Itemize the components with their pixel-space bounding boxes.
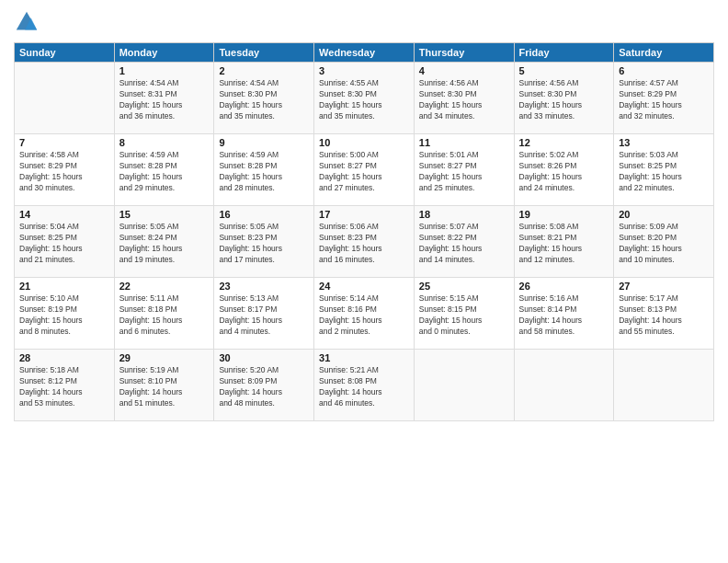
day-info: Sunrise: 5:07 AM Sunset: 8:22 PM Dayligh… xyxy=(419,222,509,266)
day-number: 25 xyxy=(419,281,509,292)
calendar-cell xyxy=(414,350,514,421)
day-number: 7 xyxy=(19,137,109,148)
col-header-monday: Monday xyxy=(114,43,214,63)
calendar-cell: 25Sunrise: 5:15 AM Sunset: 8:15 PM Dayli… xyxy=(414,278,514,350)
day-number: 16 xyxy=(219,209,309,220)
calendar-cell xyxy=(614,350,714,421)
day-info: Sunrise: 5:01 AM Sunset: 8:27 PM Dayligh… xyxy=(419,150,509,194)
day-info: Sunrise: 4:56 AM Sunset: 8:30 PM Dayligh… xyxy=(519,78,609,122)
calendar-cell: 14Sunrise: 5:04 AM Sunset: 8:25 PM Dayli… xyxy=(15,206,115,278)
logo-icon xyxy=(14,9,40,35)
day-info: Sunrise: 4:59 AM Sunset: 8:28 PM Dayligh… xyxy=(119,150,210,194)
day-number: 19 xyxy=(519,209,609,220)
col-header-wednesday: Wednesday xyxy=(314,43,415,63)
day-number: 4 xyxy=(419,65,509,76)
col-header-saturday: Saturday xyxy=(614,43,714,63)
day-number: 28 xyxy=(19,352,109,363)
day-number: 6 xyxy=(619,65,709,76)
day-info: Sunrise: 5:18 AM Sunset: 8:12 PM Dayligh… xyxy=(19,365,109,409)
day-info: Sunrise: 5:15 AM Sunset: 8:15 PM Dayligh… xyxy=(419,293,509,338)
day-number: 15 xyxy=(119,209,210,220)
day-info: Sunrise: 5:11 AM Sunset: 8:18 PM Dayligh… xyxy=(119,293,210,338)
day-number: 27 xyxy=(619,281,709,292)
day-info: Sunrise: 5:14 AM Sunset: 8:16 PM Dayligh… xyxy=(319,293,409,338)
day-number: 2 xyxy=(219,65,309,76)
day-info: Sunrise: 5:08 AM Sunset: 8:21 PM Dayligh… xyxy=(519,222,609,266)
day-info: Sunrise: 4:54 AM Sunset: 8:30 PM Dayligh… xyxy=(219,78,309,122)
day-number: 13 xyxy=(619,137,709,148)
main-container: SundayMondayTuesdayWednesdayThursdayFrid… xyxy=(0,0,728,431)
calendar-cell: 22Sunrise: 5:11 AM Sunset: 8:18 PM Dayli… xyxy=(114,278,214,350)
calendar-cell: 30Sunrise: 5:20 AM Sunset: 8:09 PM Dayli… xyxy=(214,350,314,421)
calendar-cell: 16Sunrise: 5:05 AM Sunset: 8:23 PM Dayli… xyxy=(214,206,314,278)
calendar-cell xyxy=(15,63,115,134)
col-header-thursday: Thursday xyxy=(414,43,514,63)
day-number: 12 xyxy=(519,137,609,148)
week-row-3: 14Sunrise: 5:04 AM Sunset: 8:25 PM Dayli… xyxy=(15,206,714,278)
day-number: 17 xyxy=(319,209,409,220)
calendar-cell: 19Sunrise: 5:08 AM Sunset: 8:21 PM Dayli… xyxy=(514,206,614,278)
day-info: Sunrise: 5:09 AM Sunset: 8:20 PM Dayligh… xyxy=(619,222,709,266)
day-number: 9 xyxy=(219,137,309,148)
day-info: Sunrise: 5:03 AM Sunset: 8:25 PM Dayligh… xyxy=(619,150,709,194)
calendar-cell: 10Sunrise: 5:00 AM Sunset: 8:27 PM Dayli… xyxy=(314,134,415,206)
day-number: 26 xyxy=(519,281,609,292)
calendar-cell: 15Sunrise: 5:05 AM Sunset: 8:24 PM Dayli… xyxy=(114,206,214,278)
day-number: 22 xyxy=(119,281,210,292)
col-header-friday: Friday xyxy=(514,43,614,63)
day-number: 1 xyxy=(119,65,210,76)
col-header-tuesday: Tuesday xyxy=(214,43,314,63)
day-info: Sunrise: 5:04 AM Sunset: 8:25 PM Dayligh… xyxy=(19,222,109,266)
calendar-cell: 2Sunrise: 4:54 AM Sunset: 8:30 PM Daylig… xyxy=(214,63,314,134)
calendar-cell: 6Sunrise: 4:57 AM Sunset: 8:29 PM Daylig… xyxy=(614,63,714,134)
day-info: Sunrise: 4:56 AM Sunset: 8:30 PM Dayligh… xyxy=(419,78,509,122)
calendar-cell: 31Sunrise: 5:21 AM Sunset: 8:08 PM Dayli… xyxy=(314,350,415,421)
week-row-4: 21Sunrise: 5:10 AM Sunset: 8:19 PM Dayli… xyxy=(15,278,714,350)
calendar-cell: 24Sunrise: 5:14 AM Sunset: 8:16 PM Dayli… xyxy=(314,278,415,350)
calendar-header-row: SundayMondayTuesdayWednesdayThursdayFrid… xyxy=(15,43,714,63)
day-number: 18 xyxy=(419,209,509,220)
calendar-cell: 3Sunrise: 4:55 AM Sunset: 8:30 PM Daylig… xyxy=(314,63,415,134)
calendar-cell: 7Sunrise: 4:58 AM Sunset: 8:29 PM Daylig… xyxy=(15,134,115,206)
calendar-cell: 18Sunrise: 5:07 AM Sunset: 8:22 PM Dayli… xyxy=(414,206,514,278)
day-info: Sunrise: 4:57 AM Sunset: 8:29 PM Dayligh… xyxy=(619,78,709,122)
calendar-cell: 5Sunrise: 4:56 AM Sunset: 8:30 PM Daylig… xyxy=(514,63,614,134)
calendar-cell: 9Sunrise: 4:59 AM Sunset: 8:28 PM Daylig… xyxy=(214,134,314,206)
day-info: Sunrise: 4:55 AM Sunset: 8:30 PM Dayligh… xyxy=(319,78,409,122)
day-number: 14 xyxy=(19,209,109,220)
day-number: 23 xyxy=(219,281,309,292)
calendar-cell: 12Sunrise: 5:02 AM Sunset: 8:26 PM Dayli… xyxy=(514,134,614,206)
page-header xyxy=(14,9,714,35)
calendar-cell: 4Sunrise: 4:56 AM Sunset: 8:30 PM Daylig… xyxy=(414,63,514,134)
day-info: Sunrise: 5:00 AM Sunset: 8:27 PM Dayligh… xyxy=(319,150,409,194)
day-info: Sunrise: 5:05 AM Sunset: 8:23 PM Dayligh… xyxy=(219,222,309,266)
week-row-5: 28Sunrise: 5:18 AM Sunset: 8:12 PM Dayli… xyxy=(15,350,714,421)
day-info: Sunrise: 5:21 AM Sunset: 8:08 PM Dayligh… xyxy=(319,365,409,409)
calendar-table: SundayMondayTuesdayWednesdayThursdayFrid… xyxy=(14,42,714,421)
calendar-cell: 26Sunrise: 5:16 AM Sunset: 8:14 PM Dayli… xyxy=(514,278,614,350)
day-info: Sunrise: 5:13 AM Sunset: 8:17 PM Dayligh… xyxy=(219,293,309,338)
day-info: Sunrise: 4:58 AM Sunset: 8:29 PM Dayligh… xyxy=(19,150,109,194)
day-info: Sunrise: 5:17 AM Sunset: 8:13 PM Dayligh… xyxy=(619,293,709,338)
day-number: 5 xyxy=(519,65,609,76)
day-info: Sunrise: 4:54 AM Sunset: 8:31 PM Dayligh… xyxy=(119,78,210,122)
day-info: Sunrise: 5:05 AM Sunset: 8:24 PM Dayligh… xyxy=(119,222,210,266)
day-info: Sunrise: 4:59 AM Sunset: 8:28 PM Dayligh… xyxy=(219,150,309,194)
col-header-sunday: Sunday xyxy=(15,43,115,63)
day-number: 31 xyxy=(319,352,409,363)
calendar-cell: 29Sunrise: 5:19 AM Sunset: 8:10 PM Dayli… xyxy=(114,350,214,421)
calendar-cell: 1Sunrise: 4:54 AM Sunset: 8:31 PM Daylig… xyxy=(114,63,214,134)
day-number: 24 xyxy=(319,281,409,292)
calendar-cell: 11Sunrise: 5:01 AM Sunset: 8:27 PM Dayli… xyxy=(414,134,514,206)
day-info: Sunrise: 5:02 AM Sunset: 8:26 PM Dayligh… xyxy=(519,150,609,194)
calendar-cell xyxy=(514,350,614,421)
logo xyxy=(14,9,41,35)
day-number: 11 xyxy=(419,137,509,148)
week-row-1: 1Sunrise: 4:54 AM Sunset: 8:31 PM Daylig… xyxy=(15,63,714,134)
day-number: 29 xyxy=(119,352,210,363)
day-number: 20 xyxy=(619,209,709,220)
day-number: 3 xyxy=(319,65,409,76)
day-info: Sunrise: 5:19 AM Sunset: 8:10 PM Dayligh… xyxy=(119,365,210,409)
day-number: 30 xyxy=(219,352,309,363)
week-row-2: 7Sunrise: 4:58 AM Sunset: 8:29 PM Daylig… xyxy=(15,134,714,206)
